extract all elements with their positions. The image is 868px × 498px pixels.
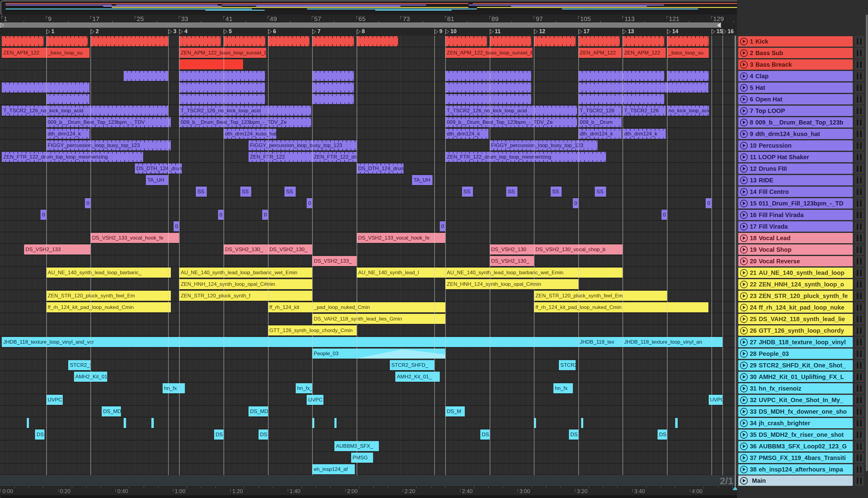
play-icon[interactable]: [740, 258, 748, 265]
clip-ss[interactable]: SS: [196, 187, 207, 197]
play-icon[interactable]: [740, 269, 748, 277]
clip-t-tscr2-126[interactable]: T_TSCR2_126: [578, 106, 622, 116]
clip[interactable]: [490, 36, 531, 46]
clip[interactable]: [179, 71, 265, 81]
play-icon[interactable]: [740, 223, 748, 231]
locator-flag[interactable]: 5: [223, 28, 232, 35]
play-icon[interactable]: [740, 211, 748, 219]
clip-jhdb-118-texture-loop-vinyl-[interactable]: JHDB_118_texture_loop_vinyl_and_vcr: [2, 337, 578, 347]
track-header-19-vocal-shop[interactable]: 19Vocal Shop: [738, 245, 853, 255]
clip-ds-m[interactable]: DS_M: [445, 406, 465, 416]
grip-icon[interactable]: [855, 187, 864, 197]
clip[interactable]: [445, 94, 531, 104]
clip-ds[interactable]: DS: [214, 430, 223, 440]
clip[interactable]: [179, 60, 243, 69]
clip[interactable]: [179, 36, 221, 46]
track-header-3-bass-breack[interactable]: 3Bass Breack: [738, 60, 853, 70]
clip[interactable]: [578, 94, 664, 104]
grip-icon[interactable]: [855, 163, 864, 174]
clip-ds-md[interactable]: DS_MD: [102, 406, 121, 416]
play-icon[interactable]: [740, 142, 748, 149]
clip--bass-loop-su[interactable]: _bass_loop_su: [667, 48, 709, 58]
track-header-26-gtt-126-synth-loop-chordy[interactable]: 26GTT_126_synth_loop_chordy: [738, 325, 853, 336]
play-icon[interactable]: [740, 154, 748, 161]
grip-icon[interactable]: [855, 395, 864, 405]
clip-009-b-drum-beat-top-123bpm-t[interactable]: 009_b__Drum_Beat_Top_123bpm_-_TDV_Ze: [445, 117, 577, 127]
play-icon[interactable]: [740, 84, 748, 92]
grip-icon[interactable]: [855, 198, 864, 209]
locator-flag[interactable]: 10: [445, 28, 456, 35]
track-header-5-hat[interactable]: 5Hat: [738, 82, 853, 93]
clip[interactable]: [334, 418, 337, 428]
track-header-37-pmsg-fx-119-4bars-transiti[interactable]: 37PMSG_FX_119_4bars_Transiti: [738, 453, 853, 463]
clip[interactable]: [667, 71, 709, 81]
play-icon[interactable]: [740, 165, 748, 173]
clip-ds-md[interactable]: DS_MD: [248, 406, 268, 416]
clip[interactable]: [179, 94, 265, 104]
locator-flag[interactable]: 9: [434, 28, 442, 35]
clip-0[interactable]: 0: [440, 221, 445, 231]
track-lane-15[interactable]: [0, 198, 737, 209]
track-lane-22[interactable]: [0, 278, 737, 290]
clip-ff-rh-124-kit[interactable]: ff_rh_124_kit: [268, 302, 312, 312]
grip-icon[interactable]: [855, 60, 864, 70]
clip[interactable]: [268, 36, 310, 46]
clip-009-b-drum[interactable]: 009_b__Drum: [578, 117, 622, 127]
grip-icon[interactable]: [855, 464, 864, 474]
clip-009-b-drum-beat-top-123bpm-t[interactable]: 009_b__Drum_Beat_Top_123bpm_-_TDV: [46, 117, 171, 127]
clip-eh-insp124-af[interactable]: eh_insp124_af: [312, 464, 355, 474]
track-lane-31[interactable]: [0, 383, 737, 394]
clip-au-ne-140-synth-lead-l[interactable]: AU_NE_140_synth_lead_l: [357, 267, 445, 278]
clip-ds-vah2-118-synth-lead-lies-[interactable]: DS_VAH2_118_synth_lead_lies_Gmin: [312, 314, 445, 324]
clip[interactable]: [578, 82, 709, 93]
track-header-15-011-drum-fill-123bpm-td[interactable]: 15011_Drum_Fill_123bpm_-_TD: [738, 198, 853, 209]
track-header-31-hn-fx-risenoiz[interactable]: 31hn_fx_risenoiz: [738, 383, 853, 394]
clip[interactable]: [312, 94, 354, 104]
locator-flag[interactable]: 13: [623, 28, 634, 35]
play-icon[interactable]: [740, 73, 748, 80]
track-lane-16[interactable]: [0, 209, 737, 221]
grip-icon[interactable]: [855, 418, 864, 428]
track-header-18-vocal-lead[interactable]: 18Vocal Lead: [738, 233, 853, 243]
track-header-23-zen-str-120-pluck-synth-fe[interactable]: 23ZEN_STR_120_pluck_synth_fe: [738, 291, 853, 301]
track-lane-14[interactable]: [0, 186, 737, 198]
grip-icon[interactable]: [855, 325, 864, 336]
clip[interactable]: [46, 94, 90, 104]
grip-icon[interactable]: [855, 129, 864, 139]
clip-au-ne-140-synth-lead-loop-ba[interactable]: AU_NE_140_synth_lead_loop_barbaric_: [46, 267, 171, 278]
clip-ds-vsh2-133-[interactable]: DS_VSH2_133_: [312, 256, 357, 266]
clip-zen-ftr-122-drum-top-loop-me[interactable]: ZEN_FTR_122_drum_top_loop_mesmerizing: [445, 152, 606, 162]
clip-t-tscr2-126-no-kick-loop-aci[interactable]: T_TSCR2_126_no_kick_loop_acid: [179, 106, 311, 116]
track-header-28-people-03[interactable]: 28People_03: [738, 349, 853, 359]
clip--pad-loop-nuked-cmin[interactable]: _pad_loop_nuked_Cmin: [312, 302, 445, 312]
locator-flag[interactable]: 11: [490, 28, 501, 35]
track-header-11-loop-hat-shaker[interactable]: 11LOOP Hat Shaker: [738, 152, 853, 162]
grip-icon[interactable]: [855, 256, 864, 266]
locator-flag[interactable]: 8: [357, 28, 365, 35]
play-icon[interactable]: [740, 234, 748, 242]
grip-icon[interactable]: [855, 175, 864, 185]
grip-icon[interactable]: [855, 106, 864, 116]
play-icon[interactable]: [740, 408, 748, 416]
grip-icon[interactable]: [855, 140, 864, 151]
clip[interactable]: [357, 36, 398, 46]
grip-icon[interactable]: [855, 430, 864, 440]
track-lane-19[interactable]: [0, 244, 737, 255]
clip-ds-vsh2-130[interactable]: DS_VSH2_130: [490, 245, 534, 254]
track-header-36-aubbm3-sfx-loop02-123-g[interactable]: 36AUBBM3_SFX_Loop02_123_G: [738, 441, 853, 451]
play-icon[interactable]: [740, 188, 748, 196]
play-icon[interactable]: [740, 130, 748, 138]
clip-dth-drm124-k[interactable]: dth_drm124_k: [623, 129, 666, 139]
grip-icon[interactable]: [855, 233, 864, 243]
clip-ff-rh-124-kit-pad-loop-nuked[interactable]: ff_rh_124_kit_pad_loop_nuked_Cmin: [534, 302, 709, 312]
clip-ss[interactable]: SS: [595, 187, 606, 197]
clip[interactable]: [179, 82, 265, 93]
play-icon[interactable]: [740, 385, 748, 392]
clip-ds-vsh2-130-[interactable]: DS_VSH2_130_: [490, 256, 534, 266]
clip-0[interactable]: 0: [218, 210, 223, 220]
clip-t-tscr2-126-no-kick-loop-aci[interactable]: T_TSCR2_126_no_kick_loop_acid: [2, 106, 168, 116]
clip--bass-loop-su[interactable]: _bass_loop_su: [46, 48, 90, 58]
track-header-1-kick[interactable]: 1Kick: [738, 36, 853, 47]
clip-figgy-percussion-loop-busy-t[interactable]: FIGGY_percussion_loop_busy_top_123: [46, 140, 171, 150]
play-icon[interactable]: [740, 49, 748, 57]
